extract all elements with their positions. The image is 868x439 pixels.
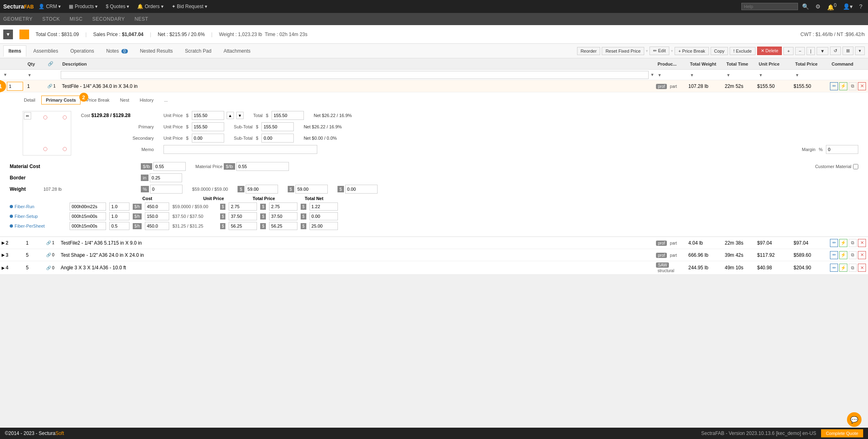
fiber-persheet-total-net[interactable]	[310, 222, 338, 230]
mat-cost-input[interactable]	[246, 185, 278, 194]
grid-button[interactable]: ⊞	[843, 47, 853, 55]
exclude-button[interactable]: ! Exclude	[730, 47, 755, 55]
customer-material-checkbox[interactable]	[853, 164, 858, 169]
fiber-run-total-net[interactable]	[310, 202, 338, 211]
border-input[interactable]	[150, 173, 182, 182]
settings-icon[interactable]: ⚙	[813, 2, 823, 11]
mat-total-input[interactable]	[295, 185, 328, 194]
nav-quotes[interactable]: $ Quotes ▾	[102, 2, 132, 11]
minus-button[interactable]: −	[795, 47, 805, 55]
sub-nav-secondary[interactable]: SECONDARY	[92, 16, 125, 22]
sub-nav-nest[interactable]: NEST	[134, 16, 148, 22]
expand-2-icon[interactable]: ▶	[2, 241, 5, 245]
weight-pct-input[interactable]	[150, 185, 183, 194]
bolt-icon-1[interactable]: ⚡	[839, 82, 847, 90]
fiber-persheet-time[interactable]	[70, 222, 106, 230]
copy-icon-1[interactable]: ⧉	[849, 82, 857, 90]
material-cost-input[interactable]	[153, 162, 186, 171]
bolt-icon-3[interactable]: ⚡	[839, 251, 847, 259]
copy-icon-4[interactable]: ⧉	[849, 264, 857, 272]
refresh-button[interactable]: ↺	[830, 47, 841, 55]
detail-tab-detail[interactable]: Detail	[19, 96, 40, 104]
fiber-run-qty[interactable]	[109, 202, 129, 211]
detail-tab-more[interactable]: ...	[159, 96, 172, 104]
secondary-unit-price-input[interactable]	[192, 134, 224, 143]
nav-bid-request[interactable]: ✦ Bid Request ▾	[168, 2, 210, 11]
memo-input[interactable]	[163, 145, 317, 154]
edit-shape-button[interactable]: ✏	[24, 112, 31, 119]
detail-tab-nest[interactable]: Nest	[116, 96, 134, 104]
nav-orders[interactable]: 🔔 Orders ▾	[134, 2, 166, 11]
delete-button[interactable]: ✕ Delete	[757, 47, 782, 55]
nav-products[interactable]: ▦ Products ▾	[66, 2, 101, 11]
help-search[interactable]	[741, 3, 798, 10]
edit-icon-3[interactable]: ✏	[830, 251, 838, 259]
tab-attachments[interactable]: Attachments	[218, 45, 256, 57]
filter-icon-prod[interactable]: ▼	[656, 73, 663, 77]
filter-icon-unit[interactable]: ▼	[757, 73, 764, 77]
fiber-setup-total-net[interactable]	[310, 212, 338, 220]
detail-tab-history[interactable]: History	[135, 96, 158, 104]
user-icon[interactable]: 👤▾	[840, 2, 855, 11]
tab-assemblies[interactable]: Assemblies	[28, 45, 63, 57]
expand-4-icon[interactable]: ▶	[2, 266, 5, 270]
description-filter[interactable]	[61, 71, 649, 79]
tab-notes[interactable]: Notes 0	[101, 45, 133, 57]
help-icon[interactable]: ?	[857, 2, 865, 11]
edit-button[interactable]: ✏ Edit	[649, 47, 669, 55]
filter-icon-qty[interactable]: ▼	[26, 73, 33, 77]
nav-crm[interactable]: 👤 CRM ▾	[35, 2, 64, 11]
edit-icon-2[interactable]: ✏	[830, 239, 838, 247]
filter-icon-item[interactable]: ▼	[2, 72, 9, 77]
reset-fixed-price-button[interactable]: Reset Fixed Price	[602, 47, 644, 55]
add-button[interactable]: +	[783, 47, 793, 55]
tab-nested-results[interactable]: Nested Results	[135, 45, 178, 57]
filter-icon-weight[interactable]: ▼	[688, 73, 696, 77]
sub-nav-stock[interactable]: STOCK	[42, 16, 60, 22]
filter-button[interactable]: ▼	[817, 47, 828, 55]
delete-icon-4[interactable]: ✕	[858, 264, 866, 272]
fiber-setup-rate[interactable]	[145, 212, 169, 220]
primary-subtotal-input[interactable]	[261, 122, 294, 131]
fiber-run-rate[interactable]	[145, 202, 169, 211]
total-input[interactable]	[272, 111, 304, 120]
copy-button[interactable]: Copy	[711, 47, 728, 55]
bolt-icon-4[interactable]: ⚡	[839, 264, 847, 272]
unit-price-input[interactable]	[192, 111, 224, 120]
unit-price-up-arrow[interactable]: ▲	[227, 112, 234, 119]
unit-price-down-arrow[interactable]: ▼	[236, 112, 244, 119]
search-icon[interactable]: 🔍	[800, 2, 811, 11]
edit-icon-4[interactable]: ✏	[830, 264, 838, 272]
price-break-button[interactable]: + Price Break	[675, 47, 709, 55]
secondary-subtotal-input[interactable]	[261, 134, 294, 143]
fiber-setup-time[interactable]	[70, 212, 106, 220]
reorder-button[interactable]: Reorder	[577, 47, 601, 55]
sub-nav-misc[interactable]: MISC	[70, 16, 83, 22]
fiber-persheet-rate[interactable]	[145, 222, 169, 230]
filter-icon-time[interactable]: ▼	[725, 73, 732, 77]
item-number-1[interactable]	[7, 82, 23, 91]
fiber-setup-unit-price[interactable]	[229, 212, 257, 220]
expand-3-icon[interactable]: ▶	[2, 253, 5, 257]
delete-icon-2[interactable]: ✕	[858, 239, 866, 247]
fiber-run-unit-price[interactable]	[229, 202, 257, 211]
fiber-run-time[interactable]	[70, 202, 106, 211]
expand-button[interactable]: ▾	[855, 47, 865, 55]
filter-icon-desc[interactable]: ▼	[649, 72, 656, 77]
mat-net-input[interactable]	[345, 185, 378, 194]
fiber-persheet-qty[interactable]	[109, 222, 129, 230]
primary-unit-price-input[interactable]	[192, 122, 224, 131]
fiber-setup-total-price[interactable]	[269, 212, 297, 220]
fiber-run-total-price[interactable]	[269, 202, 297, 211]
detail-tab-primary-costs[interactable]: Primary Costs 2	[41, 96, 81, 104]
edit-icon-1[interactable]: ✏	[830, 82, 838, 90]
pipe-button[interactable]: |	[806, 47, 815, 55]
margin-input[interactable]	[826, 145, 858, 154]
bolt-icon-2[interactable]: ⚡	[839, 239, 847, 247]
notifications-icon[interactable]: 🔔0	[825, 2, 839, 11]
tab-operations[interactable]: Operations	[65, 45, 100, 57]
copy-icon-2[interactable]: ⧉	[849, 239, 857, 247]
fiber-setup-qty[interactable]	[109, 212, 129, 220]
copy-icon-3[interactable]: ⧉	[849, 251, 857, 259]
tab-scratch-pad[interactable]: Scratch Pad	[180, 45, 216, 57]
